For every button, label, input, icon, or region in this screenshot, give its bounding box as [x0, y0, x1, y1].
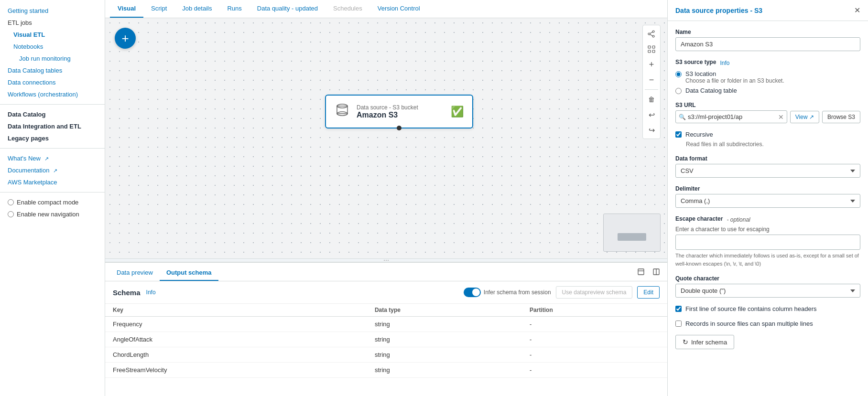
right-panel-body: Name S3 source type Info S3 location Cho…	[668, 21, 868, 396]
col-header-data-type: Data type	[367, 304, 522, 317]
sidebar-item-notebooks[interactable]: Notebooks	[0, 41, 105, 53]
infer-schema-label: Infer schema	[691, 339, 727, 346]
first-line-checkbox[interactable]	[675, 306, 682, 312]
span-lines-checkbox[interactable]	[675, 321, 682, 327]
sidebar-section-data-catalog: Data Catalog	[0, 108, 105, 120]
view-s3-button[interactable]: View ↗	[790, 111, 819, 123]
split-panel-button[interactable]	[650, 266, 662, 278]
delimiter-field-group: Delimiter Comma (,) Tab Pipe (|) Semicol…	[675, 185, 860, 208]
s3-source-type-radio-group: S3 location Choose a file or folder in a…	[675, 70, 860, 94]
sidebar-item-documentation[interactable]: Documentation ↗	[0, 164, 105, 176]
node-card-amazon-s3[interactable]: Data source - S3 bucket Amazon S3 ✅	[325, 95, 473, 128]
tab-job-details[interactable]: Job details	[174, 0, 219, 18]
escape-char-input[interactable]	[675, 235, 860, 250]
browse-s3-button[interactable]: Browse S3	[822, 111, 860, 123]
tabs-bar: Visual Script Job details Runs Data qual…	[105, 0, 667, 18]
infer-schema-button[interactable]: ↻ Infer schema	[675, 335, 734, 349]
canvas-toolbar: + − 🗑 ↩ ↪	[642, 25, 661, 139]
s3-source-type-label-row: S3 source type Info	[675, 59, 860, 67]
sidebar-toggle-new-navigation[interactable]: Enable new navigation	[0, 208, 105, 220]
quote-char-select[interactable]: Double quote (") Single quote (') None	[675, 284, 860, 298]
tab-data-preview[interactable]: Data preview	[110, 265, 160, 281]
table-row: FreeStreamVelocity string -	[105, 363, 667, 378]
zoom-out-button[interactable]: −	[645, 73, 658, 86]
tab-visual[interactable]: Visual	[110, 0, 143, 18]
schema-controls: Infer schema from session Use dataprevie…	[464, 286, 660, 299]
zoom-in-button[interactable]: +	[645, 58, 658, 71]
recursive-checkbox[interactable]	[675, 131, 682, 138]
radio-s3-location-input[interactable]	[675, 71, 682, 77]
radio-s3-location[interactable]: S3 location Choose a file or folder in a…	[675, 70, 860, 84]
sidebar-item-aws-marketplace[interactable]: AWS Marketplace	[0, 176, 105, 188]
escape-optional-label: - optional	[727, 216, 750, 223]
node-check-icon: ✅	[451, 106, 464, 118]
sidebar-toggle-compact-mode[interactable]: Enable compact mode	[0, 196, 105, 208]
expand-panel-button[interactable]	[635, 266, 647, 278]
s3-source-type-label: S3 source type	[675, 59, 716, 65]
cell-key-2: ChordLength	[105, 347, 367, 363]
infer-schema-label: Infer schema from session	[484, 289, 551, 296]
table-row: Frequency string -	[105, 317, 667, 332]
mini-map	[603, 214, 661, 252]
col-header-key: Key	[105, 304, 367, 317]
schema-info-link[interactable]: Info	[146, 289, 156, 296]
sidebar-item-visual-etl[interactable]: Visual ETL	[0, 29, 105, 41]
tab-script[interactable]: Script	[143, 0, 174, 18]
name-input[interactable]	[675, 37, 860, 51]
schema-header: Schema Info Infer schema from session Us…	[105, 281, 667, 304]
undo-button[interactable]: ↩	[645, 108, 658, 121]
sidebar-item-workflows[interactable]: Workflows (orchestration)	[0, 88, 105, 100]
span-lines-label: Records in source files can span multipl…	[685, 320, 813, 327]
s3-url-clear-button[interactable]: ✕	[778, 113, 784, 121]
mini-map-node	[618, 233, 646, 241]
radio-data-catalog-table[interactable]: Data Catalog table	[675, 87, 860, 94]
redo-button[interactable]: ↪	[645, 123, 658, 137]
quote-char-field-group: Quote character Double quote (") Single …	[675, 275, 860, 298]
delimiter-label: Delimiter	[675, 185, 860, 192]
sidebar-item-whats-new[interactable]: What's New ↗	[0, 152, 105, 164]
escape-char-label: Escape character	[675, 215, 723, 222]
tab-runs[interactable]: Runs	[219, 0, 249, 18]
external-link-icon: ↗	[809, 114, 814, 120]
recursive-desc: Read files in all subdirectories.	[686, 141, 860, 148]
escape-char-field-group: Escape character - optional Enter a char…	[675, 215, 860, 268]
use-datapreview-schema-button[interactable]: Use datapreview schema	[556, 286, 633, 299]
recursive-field-group: Recursive Read files in all subdirectori…	[675, 131, 860, 148]
s3-url-field-group: S3 URL 🔍 ✕ View ↗ Browse S3	[675, 102, 860, 123]
fit-view-button[interactable]	[645, 43, 658, 56]
tab-output-schema[interactable]: Output schema	[160, 265, 218, 281]
s3-url-input-wrapper: 🔍 ✕	[675, 110, 787, 123]
svg-point-3	[652, 31, 654, 32]
s3-url-input[interactable]	[688, 111, 778, 123]
sidebar-item-job-run-monitoring[interactable]: Job run monitoring	[0, 53, 105, 64]
panel-resize-handle[interactable]: ⋯	[105, 258, 667, 262]
tab-schedules[interactable]: Schedules	[326, 0, 370, 18]
svg-rect-12	[638, 269, 644, 275]
tab-version-control[interactable]: Version Control	[370, 0, 428, 18]
delete-button[interactable]: 🗑	[645, 93, 658, 106]
table-row: ChordLength string -	[105, 347, 667, 363]
s3-url-label: S3 URL	[675, 102, 860, 108]
cell-key-1: AngleOfAttack	[105, 332, 367, 347]
sidebar-item-data-catalog-tables[interactable]: Data Catalog tables	[0, 64, 105, 76]
cell-type-1: string	[367, 332, 522, 347]
svg-point-4	[648, 33, 650, 35]
s3-source-type-info-link[interactable]: Info	[720, 60, 729, 66]
toggle-knob	[472, 289, 480, 296]
delimiter-select[interactable]: Comma (,) Tab Pipe (|) Semicolon (;)	[675, 194, 860, 208]
cell-partition-3: -	[522, 363, 667, 378]
add-node-button[interactable]: +	[115, 28, 136, 49]
cell-type-0: string	[367, 317, 522, 332]
share-button[interactable]	[645, 27, 658, 41]
right-panel-close-button[interactable]: ✕	[854, 6, 860, 15]
schema-table: Key Data type Partition Frequency string…	[105, 304, 667, 378]
edit-schema-button[interactable]: Edit	[637, 286, 660, 299]
span-lines-checkbox-row: Records in source files can span multipl…	[675, 320, 860, 327]
tab-data-quality[interactable]: Data quality - updated	[250, 0, 326, 18]
radio-data-catalog-table-input[interactable]	[675, 88, 682, 94]
sidebar-section-legacy-pages: Legacy pages	[0, 132, 105, 144]
sidebar-item-getting-started[interactable]: Getting started	[0, 5, 105, 17]
infer-schema-toggle[interactable]	[464, 288, 481, 297]
sidebar-item-data-connections[interactable]: Data connections	[0, 76, 105, 88]
data-format-select[interactable]: CSV JSON Parquet ORC Avro XML	[675, 164, 860, 178]
